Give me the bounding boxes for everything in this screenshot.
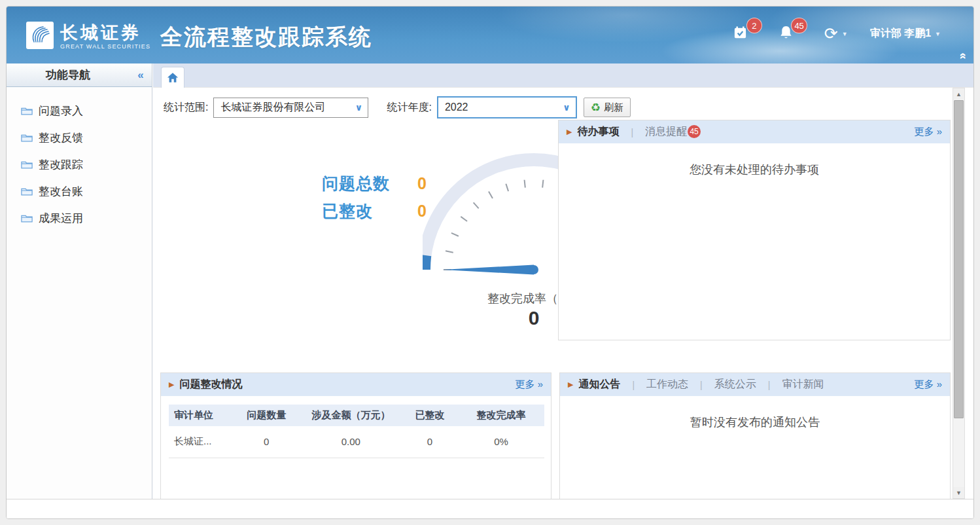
header-refresh[interactable]: ⟳ ▼ bbox=[824, 26, 848, 42]
refresh-button[interactable]: ♻ 刷新 bbox=[584, 98, 631, 117]
sidebar-item-problem-entry[interactable]: 问题录入 bbox=[7, 98, 152, 124]
chevron-down-icon: ∨ bbox=[557, 102, 576, 113]
tab-work-updates[interactable]: 工作动态 bbox=[646, 378, 688, 391]
rectified-label: 已整改 bbox=[322, 200, 417, 222]
notifications[interactable]: 45 bbox=[779, 25, 793, 43]
todo-count-badge[interactable]: 2 bbox=[746, 18, 762, 33]
gauge-needle bbox=[442, 265, 538, 275]
gauge-stats: 问题总数 0 已整改 0 bbox=[322, 170, 427, 225]
recycle-icon: ♻ bbox=[591, 102, 601, 113]
triangle-marker-icon: ▶ bbox=[169, 380, 174, 389]
scroll-up-arrow[interactable]: ▲ bbox=[953, 88, 964, 100]
todo-more-link[interactable]: 更多 » bbox=[914, 126, 942, 138]
calendar-check-icon bbox=[733, 31, 748, 42]
gauge-progress-arc bbox=[424, 255, 425, 270]
sidebar-item-label: 问题录入 bbox=[39, 103, 83, 118]
issues-table: 审计单位 问题数量 涉及金额（万元） 已整改 整改完成率 长城证... 0 0.… bbox=[169, 405, 544, 458]
scroll-down-arrow[interactable]: ▼ bbox=[953, 487, 964, 498]
sidebar-header: 功能导航 « bbox=[7, 63, 152, 87]
user-menu[interactable]: 审计部 李鹏1 ▼ bbox=[870, 27, 941, 41]
message-reminder-badge: 45 bbox=[688, 125, 701, 138]
todo-shortcut[interactable]: 2 bbox=[733, 25, 748, 43]
sidebar-item-rectify-feedback[interactable]: 整改反馈 bbox=[7, 124, 152, 151]
issues-more-link[interactable]: 更多 » bbox=[515, 378, 543, 391]
page-title: 全流程整改跟踪系统 bbox=[160, 22, 372, 52]
notice-empty-text: 暂时没有发布的通知公告 bbox=[560, 396, 950, 430]
table-row[interactable]: 长城证... 0 0.00 0 0% bbox=[169, 426, 544, 458]
vertical-scrollbar[interactable]: ▲ ▼ bbox=[953, 88, 965, 499]
folder-icon bbox=[21, 160, 33, 170]
tab-system-bulletin[interactable]: 系统公示 bbox=[714, 378, 756, 391]
home-icon bbox=[167, 72, 179, 83]
folder-icon bbox=[21, 213, 33, 223]
tab-bar bbox=[153, 63, 974, 88]
issues-panel-header: ▶ 问题整改情况 更多 » bbox=[161, 373, 551, 396]
sidebar-item-rectify-track[interactable]: 整改跟踪 bbox=[7, 151, 152, 178]
notice-more-link[interactable]: 更多 » bbox=[914, 378, 942, 391]
app-header: 长城证券 GREAT WALL SECURITIES 全流程整改跟踪系统 2 bbox=[7, 7, 973, 63]
user-name: 审计部 李鹏1 bbox=[870, 27, 931, 41]
folder-icon bbox=[21, 106, 33, 116]
todo-panel-header: ▶ 待办事项 | 消息提醒45 更多 » bbox=[559, 120, 950, 143]
total-issues-label: 问题总数 bbox=[322, 173, 417, 194]
sidebar-item-rectify-ledger[interactable]: 整改台账 bbox=[7, 178, 152, 205]
tab-notices[interactable]: 通知公告 bbox=[578, 378, 620, 391]
folder-icon bbox=[21, 133, 33, 143]
logo-en-text: GREAT WALL SECURITIES bbox=[60, 43, 150, 50]
sidebar-item-label: 整改反馈 bbox=[39, 130, 83, 145]
tab-audit-news[interactable]: 审计新闻 bbox=[782, 378, 824, 391]
notice-panel: ▶ 通知公告 | 工作动态 | 系统公示 | 审计新闻 更多 » 暂时没有发布的… bbox=[559, 372, 951, 499]
issues-panel-title: 问题整改情况 bbox=[179, 378, 242, 391]
chevron-down-icon: ∨ bbox=[349, 102, 368, 113]
sidebar: 功能导航 « 问题录入 整改反馈 整改跟踪 整改台账 成果运用 bbox=[7, 63, 152, 499]
issues-panel: ▶ 问题整改情况 更多 » 审计单位 问题数量 涉及金额（万元） 已整改 整改完… bbox=[160, 372, 551, 499]
sidebar-title: 功能导航 bbox=[7, 67, 130, 82]
triangle-marker-icon: ▶ bbox=[568, 380, 573, 389]
message-count-badge[interactable]: 45 bbox=[791, 18, 807, 33]
caret-down-icon: ▼ bbox=[842, 31, 848, 37]
tab-home[interactable] bbox=[161, 67, 184, 88]
app-window: 长城证券 GREAT WALL SECURITIES 全流程整改跟踪系统 2 bbox=[6, 6, 974, 519]
sidebar-collapse-icon[interactable]: « bbox=[130, 69, 152, 82]
collapse-header-chevron-icon[interactable]: « bbox=[956, 52, 970, 58]
bell-icon bbox=[779, 31, 793, 42]
logo-cn-text: 长城证券 bbox=[60, 21, 150, 45]
scope-label: 统计范围: bbox=[164, 101, 208, 115]
refresh-icon: ⟳ bbox=[824, 26, 838, 42]
sidebar-item-label: 整改跟踪 bbox=[39, 157, 83, 172]
folder-icon bbox=[21, 187, 33, 196]
company-logo: 长城证券 GREAT WALL SECURITIES bbox=[26, 21, 150, 50]
footer-strip bbox=[7, 499, 973, 519]
tab-message-reminders[interactable]: 消息提醒45 bbox=[645, 125, 701, 139]
sidebar-item-label: 整改台账 bbox=[39, 184, 83, 199]
triangle-marker-icon: ▶ bbox=[567, 128, 572, 136]
year-select[interactable]: 2022 ∨ bbox=[437, 96, 577, 118]
scope-select[interactable]: 长城证券股份有限公司 ∨ bbox=[213, 98, 368, 118]
dashboard-content: 统计范围: 长城证券股份有限公司 ∨ 统计年度: 2022 ∨ ♻ 刷新 bbox=[153, 88, 974, 499]
sidebar-item-label: 成果运用 bbox=[39, 211, 83, 226]
logo-wave-icon bbox=[26, 22, 54, 49]
todo-panel: ▶ 待办事项 | 消息提醒45 更多 » 您没有未处理的待办事项 bbox=[558, 120, 951, 340]
caret-down-icon: ▼ bbox=[935, 31, 941, 37]
issues-table-header-row: 审计单位 问题数量 涉及金额（万元） 已整改 整改完成率 bbox=[169, 405, 544, 426]
todo-empty-text: 您没有未处理的待办事项 bbox=[559, 143, 950, 177]
sidebar-item-results-use[interactable]: 成果运用 bbox=[7, 205, 152, 232]
notice-panel-header: ▶ 通知公告 | 工作动态 | 系统公示 | 审计新闻 更多 » bbox=[560, 373, 950, 396]
scrollbar-thumb[interactable] bbox=[954, 100, 964, 418]
tab-todo-items[interactable]: 待办事项 bbox=[577, 125, 619, 139]
year-label: 统计年度: bbox=[387, 101, 431, 115]
